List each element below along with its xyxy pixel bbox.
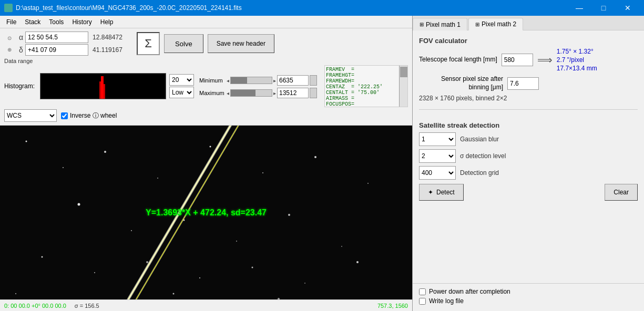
svg-point-12 xyxy=(367,183,369,184)
close-button[interactable]: ✕ xyxy=(616,0,640,16)
svg-point-8 xyxy=(157,178,158,179)
fov-result2: 2.7 "/pixel xyxy=(557,56,597,64)
detect-icon: ✦ xyxy=(428,189,433,196)
menu-stack[interactable]: Stack xyxy=(21,17,45,27)
sigma-button[interactable]: Σ xyxy=(137,32,160,55)
svg-point-14 xyxy=(131,230,132,231)
app-icon xyxy=(4,4,13,12)
window-controls: — □ ✕ xyxy=(567,0,640,16)
menu-file[interactable]: File xyxy=(2,17,21,27)
data-range-label: Data range xyxy=(4,58,408,64)
maximize-button[interactable]: □ xyxy=(591,0,616,16)
menu-bar: File Stack Tools History Help xyxy=(0,16,412,28)
svg-rect-2 xyxy=(99,81,101,99)
header-scrollbar[interactable] xyxy=(399,66,407,107)
detection-grid-select[interactable]: 400200800 xyxy=(419,166,456,180)
maximum-right-arrow[interactable]: ▸ xyxy=(273,90,276,96)
controls-area: ⊙ ⊕ α 12.848472 δ 41.119167 Σ Solve Save… xyxy=(0,28,412,126)
left-panel: File Stack Tools History Help ⊙ ⊕ α 12.8… xyxy=(0,16,413,311)
gaussian-row: 123 Gaussian blur xyxy=(419,132,638,146)
maximum-scroll[interactable] xyxy=(310,88,317,98)
title-bar: D:\astap_test_files\contour\M94_NGC4736_… xyxy=(0,0,644,16)
gaussian-select[interactable]: 123 xyxy=(419,132,456,146)
solve-button[interactable]: Solve xyxy=(164,34,203,53)
app-layout: File Stack Tools History Help ⊙ ⊕ α 12.8… xyxy=(0,16,644,311)
fov-results: 1.75° × 1.32° 2.7 "/pixel 17.7×13.4 mm xyxy=(557,48,597,72)
svg-point-13 xyxy=(78,203,80,206)
inverse-wheel-label[interactable]: Inverse ⓘ wheel xyxy=(61,111,117,120)
write-log-checkbox[interactable] xyxy=(419,298,426,305)
save-header-button[interactable]: Save new header xyxy=(208,34,274,53)
svg-point-29 xyxy=(173,293,175,295)
fits-header-text[interactable]: FRAMEV = FRAMEHGT= FRAMEWDH= CENTAZ = '2… xyxy=(325,66,407,107)
range-controls: 201050100 LowHighAuto xyxy=(169,74,194,98)
minimum-scroll[interactable] xyxy=(310,75,317,86)
write-log-label: Write log file xyxy=(429,297,464,305)
inverse-wheel-checkbox[interactable] xyxy=(61,112,68,119)
clear-button[interactable]: Clear xyxy=(605,184,638,201)
maximum-label: Maximum xyxy=(199,90,226,96)
detect-button[interactable]: ✦ Detect xyxy=(419,184,464,201)
delta-label: δ xyxy=(19,46,23,54)
svg-point-23 xyxy=(252,267,253,268)
tab-pixel-math-1[interactable]: ⊞ Pixel math 1 xyxy=(413,18,467,30)
delta-input[interactable] xyxy=(25,44,88,56)
sigma-label: σ detection level xyxy=(460,152,506,160)
maximum-input[interactable] xyxy=(277,88,309,98)
inverse-wheel-text: Inverse ⓘ wheel xyxy=(70,111,117,120)
power-down-checkbox[interactable] xyxy=(419,288,426,295)
focal-length-row: Telescope focal length [mm] ⟹ 1.75° × 1.… xyxy=(419,48,638,72)
maximum-left-arrow[interactable]: ◂ xyxy=(227,90,229,96)
wcs-row: WCS Inverse ⓘ wheel xyxy=(4,109,408,122)
fov-section-title: FOV calculator xyxy=(419,37,638,45)
range-value-select[interactable]: 201050100 xyxy=(169,74,194,86)
pixel-info: 2328 × 1760 pixels, binned 2×2 xyxy=(419,95,638,102)
power-down-label: Power down after completion xyxy=(429,288,510,295)
minimum-slider[interactable] xyxy=(230,77,272,84)
maximum-slider[interactable] xyxy=(230,89,272,97)
tab2-label: Pixel math 2 xyxy=(482,20,516,28)
detection-grid-label: Detection grid xyxy=(460,169,499,177)
fov-result1: 1.75° × 1.32° xyxy=(557,48,597,55)
sensor-label: Sensor pixel size after binning [μm] xyxy=(419,75,503,91)
equation-text: Y=1.3693*X + 472.24, sd=23.47 xyxy=(146,208,267,217)
status-bar: 0: 00 00.0 +0° 00.0 00.0 σ = 156.5 757.3… xyxy=(0,299,412,311)
tab2-icon: ⊞ xyxy=(475,22,479,27)
svg-point-26 xyxy=(15,293,16,294)
delta-decimal: 41.119167 xyxy=(90,46,132,54)
minimize-button[interactable]: — xyxy=(567,0,591,16)
svg-rect-3 xyxy=(104,84,105,99)
focal-length-input[interactable] xyxy=(502,54,533,66)
minmax-section: Minimum ◂ ▸ Maximum ◂ xyxy=(199,74,317,98)
maximum-row: Maximum ◂ ▸ xyxy=(199,88,317,98)
wcs-select[interactable]: WCS xyxy=(4,109,57,122)
menu-tools[interactable]: Tools xyxy=(45,17,68,27)
minimum-row: Minimum ◂ ▸ xyxy=(199,75,317,86)
svg-point-19 xyxy=(42,256,43,258)
detect-buttons: ✦ Detect Clear xyxy=(419,184,638,201)
tab-pixel-math-2[interactable]: ⊞ Pixel math 2 xyxy=(468,18,523,30)
status-coords1: 0: 00 00.0 +0° 00.0 00.0 xyxy=(4,303,66,309)
tab1-icon: ⊞ xyxy=(420,22,424,27)
svg-point-22 xyxy=(199,277,200,278)
minimum-left-arrow[interactable]: ◂ xyxy=(227,78,229,84)
fov-result3: 17.7×13.4 mm xyxy=(557,65,597,72)
sigma-select[interactable]: 213 xyxy=(419,149,456,163)
minimum-input[interactable] xyxy=(277,75,309,86)
histogram-label: Histogram: xyxy=(4,82,35,90)
status-sigma: σ = 156.5 xyxy=(75,303,99,309)
write-log-row: Write log file xyxy=(419,297,638,305)
menu-history[interactable]: History xyxy=(68,17,96,27)
minimum-right-arrow[interactable]: ▸ xyxy=(273,78,276,84)
svg-rect-1 xyxy=(101,76,104,99)
svg-point-16 xyxy=(236,241,237,242)
right-panel: ⊞ Pixel math 1 ⊞ Pixel math 2 FOV calcul… xyxy=(413,16,644,311)
alpha-decimal: 12.848472 xyxy=(90,34,132,41)
data-range-section: Data range Histogram: xyxy=(4,58,408,122)
sensor-input[interactable] xyxy=(507,77,539,90)
alpha-label: α xyxy=(19,33,23,42)
alpha-input[interactable] xyxy=(25,32,88,43)
range-type-select[interactable]: LowHighAuto xyxy=(169,87,194,98)
controls-row1: ⊙ ⊕ α 12.848472 δ 41.119167 Σ Solve Save… xyxy=(4,32,408,56)
menu-help[interactable]: Help xyxy=(96,17,118,27)
